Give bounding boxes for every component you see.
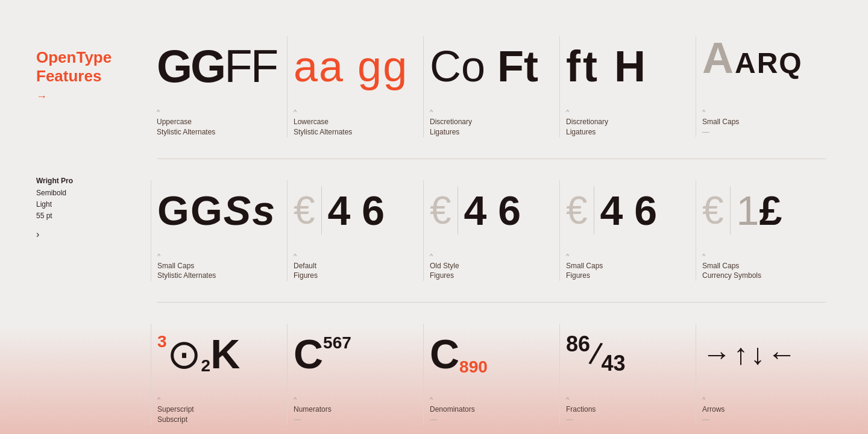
fig-nums-1: 4 6 (328, 190, 385, 231)
label-arrows: ^ Arrows— (702, 396, 826, 425)
display-arrows: → ↑ ↓ ← (702, 324, 826, 384)
label-numerators: ^ Numerators— (294, 396, 417, 425)
cell-disc-lig-2: ft H ^ DiscretionaryLigatures (559, 36, 696, 137)
label-sc-figs: ^ Small CapsFigures (566, 253, 690, 281)
cell-currency-sc: € 1 £ ^ Small CapsCurrency Symbols (696, 180, 832, 281)
display-superscript: 3 ⊙ 2 K (157, 324, 281, 384)
display-currency-sc: € 1 £ (702, 180, 826, 241)
sup-k: K (210, 333, 240, 374)
fig-euro-1: € (294, 186, 322, 234)
label-text-13: Denominators— (430, 404, 553, 425)
label-text-8: Old StyleFigures (430, 261, 553, 281)
fig-nums-3: 4 6 (600, 190, 658, 231)
fig-euro-3: € (566, 186, 594, 234)
page-container: OpenTypeFeatures → Wright Pro Semibold L… (0, 0, 868, 434)
caret-9: ^ (566, 253, 690, 260)
caret-13: ^ (430, 396, 553, 403)
main-grid: GG FF ^ UppercaseStylistic Alternates aa… (151, 36, 832, 410)
cell-small-caps: A A R Q ^ Small Caps— (696, 36, 832, 137)
arrow-up: ↑ (734, 338, 748, 371)
font-name: Wright Pro (36, 175, 151, 187)
sc-r: R (757, 49, 778, 78)
cell-arrows: → ↑ ↓ ← ^ Arrows— (696, 324, 832, 425)
cell-numerators: C 567 ^ Numerators— (287, 324, 423, 425)
sidebar-arrow-right[interactable]: → (36, 90, 151, 103)
label-text-6: Small CapsStylistic Alternates (157, 261, 281, 281)
label-text-4: DiscretionaryLigatures (566, 117, 690, 137)
num-567: 567 (323, 335, 351, 351)
label-old-style-figs: ^ Old StyleFigures (430, 253, 553, 281)
cell-sc-alternates: GG Ss ^ Small CapsStylistic Alternates (151, 180, 287, 281)
caret-6: ^ (157, 253, 281, 260)
arrow-down-sym: ↓ (750, 338, 765, 371)
label-denominators: ^ Denominators— (430, 396, 553, 425)
font-style: Light (36, 199, 151, 210)
label-text-9: Small CapsFigures (566, 261, 690, 281)
caret-12: ^ (294, 396, 417, 403)
sup-o: ⊙ (167, 333, 201, 374)
label-text-7: DefaultFigures (294, 261, 417, 281)
curr-one: 1 (737, 187, 760, 234)
fig-euro-2: € (430, 186, 458, 234)
label-small-caps: ^ Small Caps— (702, 108, 826, 137)
cell-fractions: 86 / 43 ^ Fractions— (559, 324, 696, 425)
sidebar-title: OpenTypeFeatures (36, 48, 151, 86)
label-text-15: Arrows— (702, 404, 826, 425)
frac-43: 43 (602, 351, 626, 376)
label-superscript: ^ SuperscriptSubscript (157, 396, 281, 425)
caret-3: ^ (430, 108, 553, 116)
label-text-3: DiscretionaryLigatures (430, 117, 553, 137)
arrow-left: ← (767, 338, 796, 371)
caret-5: ^ (702, 108, 826, 116)
label-text-11: SuperscriptSubscript (157, 404, 281, 425)
cell-lowercase-alternates: aa gg ^ LowercaseStylistic Alternates (287, 36, 423, 137)
curr-pound: £ (759, 187, 782, 234)
display-gg-ss: GG Ss (157, 180, 281, 241)
sidebar-arrow-down[interactable]: › (36, 229, 151, 240)
label-uppercase: ^ UppercaseStylistic Alternates (157, 108, 281, 137)
cell-default-figures: € 4 6 ^ DefaultFigures (287, 180, 423, 281)
display-aarq: A A R Q (702, 36, 826, 96)
cell-old-style-figures: € 4 6 ^ Old StyleFigures (423, 180, 559, 281)
label-currency-sc: ^ Small CapsCurrency Symbols (702, 253, 826, 281)
label-text-1: UppercaseStylistic Alternates (157, 117, 281, 137)
label-fractions: ^ Fractions— (566, 396, 690, 425)
sidebar: OpenTypeFeatures → Wright Pro Semibold L… (36, 36, 151, 410)
cell-uppercase-alternates: GG FF ^ UppercaseStylistic Alternates (151, 36, 287, 137)
display-old-style-figs: € 4 6 (430, 180, 553, 241)
label-text-5: Small Caps— (702, 117, 826, 137)
caret-8: ^ (430, 253, 553, 260)
display-fractions: 86 / 43 (566, 324, 690, 384)
denom-c: C (430, 330, 459, 377)
caret-10: ^ (702, 253, 826, 260)
label-default-figs: ^ DefaultFigures (294, 253, 417, 281)
sc-a-big: A (702, 36, 734, 80)
label-text-12: Numerators— (294, 404, 417, 425)
sc-q: Q (779, 49, 801, 78)
sc-a-small: A (735, 49, 756, 78)
num-c: C (294, 333, 323, 374)
display-ft-h: ft H (566, 36, 690, 96)
sidebar-meta: Wright Pro Semibold Light 55 pt (36, 175, 151, 222)
caret-7: ^ (294, 253, 417, 260)
label-lowercase: ^ LowercaseStylistic Alternates (294, 108, 417, 137)
caret-14: ^ (566, 396, 690, 403)
caret-15: ^ (702, 396, 826, 403)
row-divider-1 (157, 159, 826, 159)
label-sc-alternates: ^ Small CapsStylistic Alternates (157, 253, 281, 281)
caret-2: ^ (294, 108, 417, 116)
display-aa-gg: aa gg (294, 36, 417, 96)
display-sc-figs: € 4 6 (566, 180, 690, 241)
cell-superscript: 3 ⊙ 2 K ^ SuperscriptSubscript (151, 324, 287, 425)
display-gg-ff: GG FF (157, 36, 281, 96)
display-default-figs: € 4 6 (294, 180, 417, 241)
cell-denominators: C 890 ^ Denominators— (423, 324, 559, 425)
fig-nums-2: 4 6 (464, 190, 521, 231)
label-text-2: LowercaseStylistic Alternates (294, 117, 417, 137)
label-disc-lig-2: ^ DiscretionaryLigatures (566, 108, 690, 137)
row-divider-2 (157, 302, 826, 303)
cell-disc-lig-1: Co Ft ^ DiscretionaryLigatures (423, 36, 559, 137)
label-text-14: Fractions— (566, 404, 690, 425)
font-weight: Semibold (36, 187, 151, 199)
caret-4: ^ (566, 108, 690, 116)
